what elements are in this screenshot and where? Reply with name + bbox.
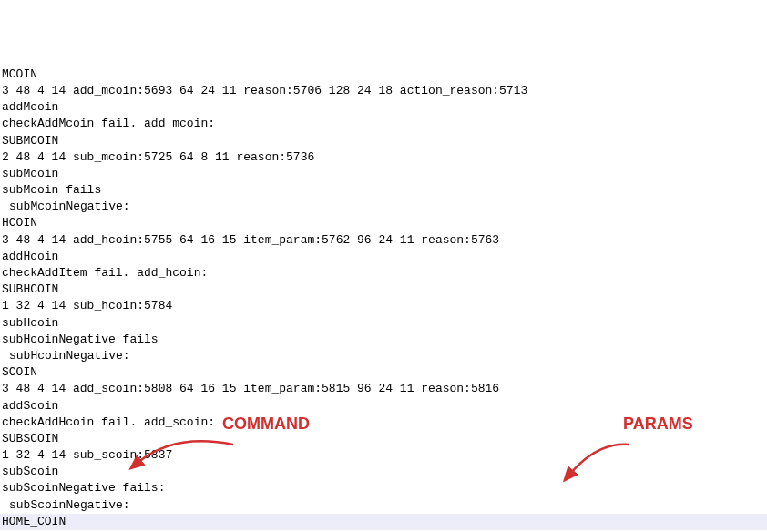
log-line: addHcoin (0, 249, 767, 265)
log-line: subHcoinNegative fails (0, 332, 767, 348)
log-line: SUBSCOIN (0, 431, 767, 447)
log-line: checkAddMcoin fail. add_mcoin: (0, 116, 767, 132)
log-line: subMcoin fails (0, 182, 767, 199)
log-line: addMcoin (0, 99, 767, 116)
log-line: 3 48 4 14 add_hcoin:5755 64 16 15 item_p… (0, 232, 767, 249)
log-line: subHcoinNegative: (0, 348, 767, 364)
log-line: HOME_COIN (0, 514, 767, 530)
log-line: addScoin (0, 398, 767, 414)
log-line: subHcoin (0, 315, 767, 332)
log-line: SCOIN (0, 364, 767, 381)
log-output: MCOIN3 48 4 14 add_mcoin:5693 64 24 11 r… (0, 66, 767, 532)
log-line: SUBMCOIN (0, 133, 767, 149)
log-line: 1 32 4 14 sub_scoin:5837 (0, 447, 767, 464)
log-line: checkAddHcoin fail. add_scoin: (0, 414, 767, 431)
log-line: HCOIN (0, 215, 767, 231)
log-line: 3 48 4 14 add_mcoin:5693 64 24 11 reason… (0, 83, 767, 99)
log-line: 1 32 4 14 sub_hcoin:5784 (0, 298, 767, 314)
log-line: subScoinNegative: (0, 497, 767, 514)
log-line: 3 48 4 14 add_scoin:5808 64 16 15 item_p… (0, 381, 767, 397)
log-line: subScoin (0, 464, 767, 480)
log-line: SUBHCOIN (0, 281, 767, 298)
log-line: checkAddItem fail. add_hcoin: (0, 265, 767, 281)
log-line: subScoinNegative fails: (0, 480, 767, 496)
log-line: MCOIN (0, 66, 767, 83)
log-line: subMcoinNegative: (0, 199, 767, 215)
log-line: 2 48 4 14 sub_mcoin:5725 64 8 11 reason:… (0, 149, 767, 166)
log-line: subMcoin (0, 166, 767, 182)
